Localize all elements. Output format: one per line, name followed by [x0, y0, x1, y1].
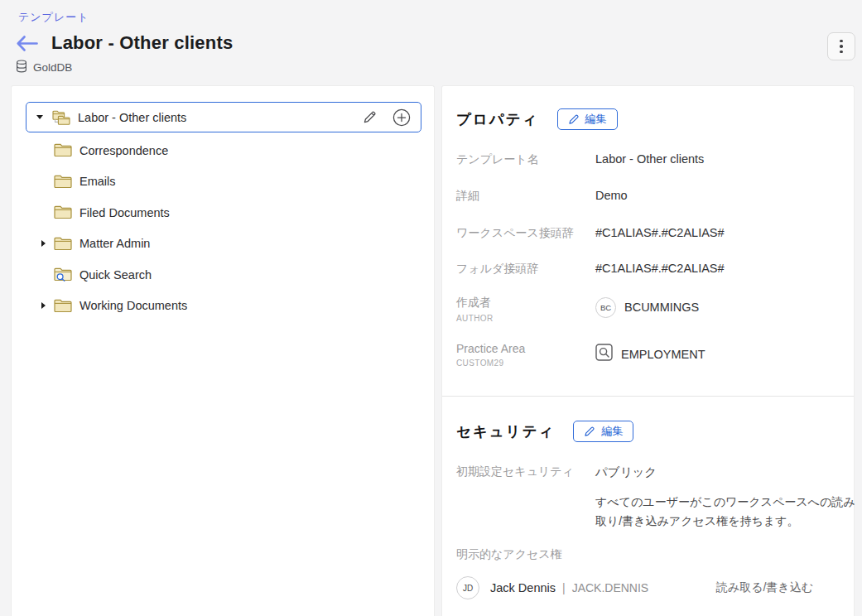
- tree-item-quick-search[interactable]: Quick Search: [12, 259, 434, 291]
- property-row-practice-area: Practice Area CUSTOM29 EMPLOYMENT: [456, 342, 840, 368]
- tree-root-label: Labor - Other clients: [78, 111, 363, 124]
- default-security-description: すべてのユーザーがこのワークスペースへの読み取り/書き込みアクセス権を持ちます。: [595, 493, 855, 530]
- edit-structure-pencil-icon[interactable]: [363, 110, 377, 124]
- explicit-access-row: 明示的なアクセス権: [456, 547, 840, 562]
- property-value: #C1ALIAS#.#C2ALIAS#: [595, 262, 725, 277]
- separator: |: [562, 581, 566, 594]
- property-value: BCUMMINGS: [624, 301, 699, 314]
- property-label: フォルダ接頭辞: [456, 262, 595, 277]
- tree-root-workspace[interactable]: Labor - Other clients: [26, 102, 421, 132]
- avatar: BC: [595, 297, 616, 318]
- user-permission: 読み取る/書き込む: [716, 580, 840, 595]
- property-label: テンプレート名: [456, 152, 595, 167]
- tree-item-matter-admin[interactable]: Matter Admin: [12, 229, 434, 260]
- user-id: JACK.DENNIS: [572, 581, 649, 594]
- tree-item-label: Quick Search: [79, 268, 152, 282]
- tree-item-working-documents[interactable]: Working Documents: [12, 291, 434, 322]
- workspace-icon: [51, 109, 70, 126]
- database-name: GoldDB: [33, 61, 72, 74]
- folder-icon: [54, 205, 72, 219]
- caret-right-icon[interactable]: [41, 302, 46, 309]
- property-label: 詳細: [456, 189, 595, 204]
- folder-icon: [54, 299, 72, 313]
- folder-icon: [54, 175, 72, 189]
- user-name: Jack Dennis: [490, 581, 556, 594]
- edit-properties-button[interactable]: 編集: [557, 108, 618, 130]
- explicit-access-label: 明示的なアクセス権: [456, 547, 562, 562]
- access-user-row[interactable]: JD Jack Dennis | JACK.DENNIS 読み取る/書き込む: [456, 576, 840, 599]
- property-row-author: 作成者 AUTHOR BC BCUMMINGS: [456, 296, 840, 323]
- default-security-row: 初期設定セキュリティ パブリック: [456, 464, 840, 480]
- tree-item-emails[interactable]: Emails: [12, 166, 434, 198]
- property-label: 作成者 AUTHOR: [456, 296, 595, 323]
- breadcrumb-templates-link[interactable]: テンプレート: [18, 10, 89, 25]
- section-divider: [442, 396, 854, 397]
- property-label: ワークスペース接頭辞: [456, 226, 595, 241]
- tree-item-label: Emails: [79, 175, 116, 188]
- details-panel: プロパティ 編集 テンプレート名 Labor - Other clients 詳…: [441, 85, 855, 616]
- property-value: Demo: [595, 189, 628, 204]
- folder-icon: [54, 143, 72, 157]
- back-arrow-icon[interactable]: [16, 35, 38, 52]
- folder-icon: [54, 237, 72, 251]
- tree-item-label: Working Documents: [79, 299, 187, 312]
- property-row-description: 詳細 Demo: [456, 189, 840, 204]
- tree-item-label: Correspondence: [79, 144, 168, 157]
- edit-security-button[interactable]: 編集: [573, 421, 633, 442]
- security-heading: セキュリティ: [456, 421, 555, 441]
- folder-tree-panel: Labor - Other clients Correspondence Ema…: [11, 85, 435, 616]
- property-label: Practice Area CUSTOM29: [456, 342, 595, 368]
- caret-down-icon[interactable]: [36, 115, 43, 119]
- security-section-header: セキュリティ 編集: [456, 421, 633, 442]
- more-options-button[interactable]: [827, 32, 855, 60]
- property-value: EMPLOYMENT: [621, 348, 705, 361]
- property-row-template-name: テンプレート名 Labor - Other clients: [456, 152, 840, 167]
- property-sublabel: AUTHOR: [456, 314, 595, 323]
- tree-item-label: Matter Admin: [79, 237, 150, 250]
- avatar: JD: [456, 576, 479, 599]
- title-row: Labor - Other clients: [16, 32, 233, 54]
- lookup-icon: [595, 344, 613, 364]
- add-folder-plus-icon[interactable]: [392, 108, 411, 127]
- pencil-icon: [584, 426, 595, 437]
- properties-heading: プロパティ: [456, 109, 539, 129]
- default-security-value: パブリック: [595, 464, 657, 480]
- tree-list: Correspondence Emails Filed Documents Ma…: [12, 135, 434, 321]
- page-title: Labor - Other clients: [51, 32, 233, 54]
- property-sublabel: CUSTOM29: [456, 359, 595, 368]
- properties-section-header: プロパティ 編集: [456, 108, 618, 130]
- default-security-label: 初期設定セキュリティ: [456, 464, 595, 480]
- search-folder-icon: [54, 267, 72, 282]
- database-row: GoldDB: [16, 60, 72, 75]
- property-value: Labor - Other clients: [595, 152, 704, 167]
- property-row-workspace-prefix: ワークスペース接頭辞 #C1ALIAS#.#C2ALIAS#: [456, 226, 840, 241]
- pencil-icon: [568, 113, 580, 125]
- tree-item-filed-documents[interactable]: Filed Documents: [12, 197, 434, 229]
- caret-right-icon[interactable]: [41, 240, 46, 247]
- tree-item-label: Filed Documents: [79, 206, 170, 219]
- property-value: #C1ALIAS#.#C2ALIAS#: [595, 226, 725, 241]
- database-icon: [16, 60, 27, 75]
- property-row-folder-prefix: フォルダ接頭辞 #C1ALIAS#.#C2ALIAS#: [456, 262, 840, 277]
- tree-item-correspondence[interactable]: Correspondence: [12, 135, 434, 166]
